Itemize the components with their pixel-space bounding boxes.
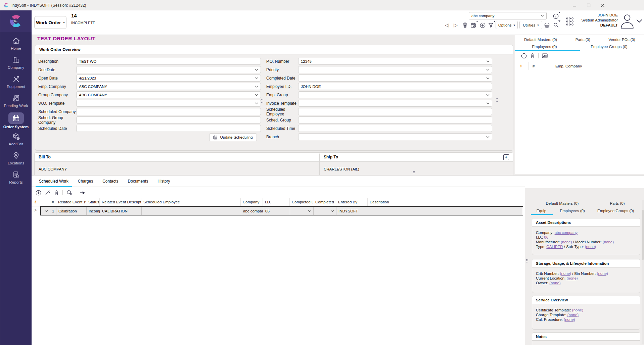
info-icon[interactable]: [552, 12, 559, 20]
delete-icon[interactable]: [54, 190, 59, 195]
sidebar-item-locations[interactable]: Locations: [0, 151, 32, 170]
tab-scheduled-work[interactable]: Scheduled Work: [36, 176, 72, 187]
scheduled-date-input[interactable]: [76, 125, 261, 132]
tab-employees[interactable]: Employees (0): [559, 208, 586, 214]
sun-icon[interactable]: ☀: [519, 64, 523, 68]
tab-parts[interactable]: Parts (0): [609, 200, 625, 206]
id-link[interactable]: 06: [544, 235, 548, 239]
due-date-select[interactable]: [76, 66, 261, 73]
calendar-schedule-icon[interactable]: [470, 21, 477, 29]
sun-icon[interactable]: ☀: [34, 200, 37, 204]
column-header[interactable]: Completed Date: [290, 198, 313, 206]
tab-history[interactable]: History: [154, 176, 173, 187]
delete-icon[interactable]: [530, 53, 535, 58]
tab-equip[interactable]: Equip.: [536, 208, 548, 214]
table-row[interactable]: 1 Calibration Incomplete CALIBRATION abc…: [40, 206, 523, 215]
sidebar-item-add-edit[interactable]: Add/Edit: [0, 132, 32, 151]
bin-number-link[interactable]: (none): [597, 272, 608, 276]
sched-group-input[interactable]: [298, 116, 492, 124]
scrollbar[interactable]: [642, 200, 644, 344]
panel-splitter-handle[interactable]: [526, 259, 528, 263]
tab-default-masters[interactable]: Default Masters (0): [545, 200, 580, 206]
owner-link[interactable]: (none): [549, 281, 560, 285]
description-input[interactable]: TEST WO: [76, 58, 261, 65]
search-combobox[interactable]: abc company: [469, 12, 547, 19]
sidebar-item-order-system[interactable]: Order System: [0, 112, 32, 132]
scrollbar-thumb[interactable]: [642, 210, 644, 260]
manufacturer-link[interactable]: (none): [561, 240, 572, 244]
maximize-button[interactable]: [582, 0, 596, 10]
sched-group-company-input[interactable]: [76, 116, 261, 124]
completed-date-select[interactable]: [298, 75, 492, 82]
wo-template-select[interactable]: [76, 100, 261, 107]
preview-search-icon[interactable]: [66, 190, 72, 195]
model-number-link[interactable]: (none): [603, 240, 614, 244]
column-splitter-handle[interactable]: [261, 99, 263, 103]
sidebar-item-equipment[interactable]: Equipment: [0, 74, 32, 93]
column-header[interactable]: I.D.: [263, 198, 290, 206]
branch-select[interactable]: [298, 133, 492, 140]
arrow-right-icon[interactable]: [80, 191, 86, 195]
options-button[interactable]: Options▾: [496, 21, 518, 29]
employee-id-input[interactable]: JOHN DOE: [298, 83, 492, 90]
filter-icon[interactable]: [487, 21, 495, 29]
tab-vendor-pos[interactable]: Vendor POs (0): [608, 37, 636, 43]
sidebar-item-home[interactable]: Home: [0, 36, 32, 55]
crib-number-link[interactable]: (none): [560, 272, 571, 276]
cal-procedure-link[interactable]: (none): [564, 317, 575, 322]
column-header[interactable]: #: [528, 62, 551, 70]
previous-record-button[interactable]: ◁: [443, 21, 451, 29]
po-number-select[interactable]: 12345: [298, 58, 492, 65]
column-header[interactable]: Company: [241, 198, 263, 206]
column-header[interactable]: Related Event Type: [56, 198, 86, 206]
column-header[interactable]: Completed Time: [313, 198, 336, 206]
wand-edit-icon[interactable]: [45, 190, 50, 195]
emp-company-select[interactable]: ABC COMPANY: [76, 83, 261, 90]
panel-splitter-handle[interactable]: [496, 98, 498, 102]
scheduled-time-input[interactable]: [298, 125, 492, 132]
column-header[interactable]: Status: [86, 198, 100, 206]
scheduled-employee-input[interactable]: [298, 108, 492, 115]
column-header[interactable]: Scheduled Employee: [141, 198, 241, 206]
tab-default-masters[interactable]: Default Masters (0): [523, 37, 558, 43]
sidebar-item-company[interactable]: Company: [0, 55, 32, 74]
tab-contacts[interactable]: Contacts: [99, 176, 122, 187]
app-logo[interactable]: [0, 10, 32, 32]
print-icon[interactable]: [543, 21, 551, 29]
record-type-dropdown[interactable]: Work Order▾: [34, 16, 66, 29]
title-bar[interactable]: IndySoft - INDYSOFT (Session: #212432): [0, 0, 644, 10]
update-scheduling-button[interactable]: Update Scheduling: [209, 133, 257, 141]
add-ship-to-icon[interactable]: +: [503, 154, 509, 160]
certificate-template-link[interactable]: (none): [572, 308, 583, 312]
add-employee-icon[interactable]: [521, 53, 527, 59]
search-icon[interactable]: [552, 21, 559, 29]
horizontal-splitter-handle[interactable]: [411, 171, 415, 173]
minimize-button[interactable]: [567, 0, 582, 10]
user-avatar[interactable]: [620, 13, 634, 30]
column-header[interactable]: Description: [368, 198, 524, 206]
open-date-select[interactable]: 4/21/2023: [76, 75, 261, 82]
apps-grid-icon[interactable]: [565, 16, 574, 27]
card-view-icon[interactable]: [542, 53, 548, 58]
invoice-template-select[interactable]: [298, 100, 492, 107]
type-link[interactable]: CALIPER: [546, 245, 563, 249]
tab-employee-groups[interactable]: Employee Groups (0): [590, 44, 628, 50]
row-expand-icon[interactable]: ▷: [34, 208, 37, 212]
column-header[interactable]: Emp. Company: [551, 62, 644, 70]
sidebar-item-pending-work[interactable]: Pending Work: [0, 93, 32, 112]
company-link[interactable]: abc company: [555, 231, 578, 235]
delete-icon[interactable]: [461, 21, 469, 29]
priority-select[interactable]: [298, 66, 492, 73]
current-location-link[interactable]: (none): [566, 276, 578, 280]
utilities-button[interactable]: Utilities▾: [519, 21, 542, 29]
scheduled-company-input[interactable]: [76, 108, 261, 115]
emp-group-select[interactable]: [298, 91, 492, 98]
add-event-icon[interactable]: [36, 190, 41, 196]
column-header[interactable]: Related Event Description: [100, 198, 141, 206]
column-header[interactable]: #: [50, 198, 56, 206]
column-header[interactable]: Entered By: [336, 198, 368, 206]
tab-employee-groups[interactable]: Employee Groups (0): [597, 208, 635, 214]
close-button[interactable]: [596, 0, 610, 10]
group-company-select[interactable]: ABC COMPANY: [76, 91, 261, 98]
user-menu-chevron-icon[interactable]: [636, 18, 642, 24]
